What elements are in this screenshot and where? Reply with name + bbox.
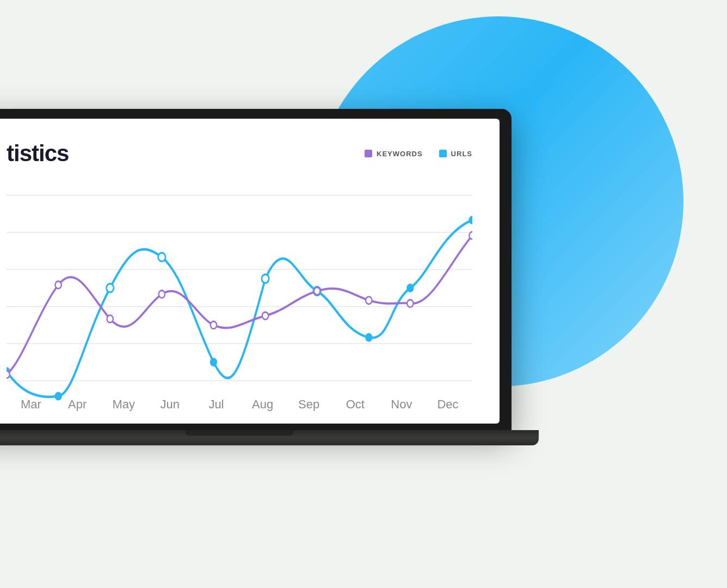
x-axis-labels: Mar Apr May Jun Jul Aug Sep Oct Nov Dec <box>7 397 472 412</box>
chart-container: tistics KEYWORDS URLS <box>0 119 500 424</box>
urls-color-swatch <box>439 150 447 157</box>
legend-urls: URLS <box>439 150 472 158</box>
keywords-color-swatch <box>365 150 372 157</box>
keywords-line <box>7 235 472 374</box>
kw-point-nov <box>407 300 413 308</box>
url-point-oct <box>365 333 372 342</box>
url-point-jul <box>210 358 217 366</box>
x-label-mar: Mar <box>12 397 50 412</box>
kw-point-oct <box>366 297 372 304</box>
x-label-nov: Nov <box>383 397 421 412</box>
x-label-oct: Oct <box>336 397 374 412</box>
chart-svg <box>7 183 472 412</box>
kw-point-apr <box>55 281 61 289</box>
kw-point-sep <box>314 287 320 295</box>
url-point-may <box>107 284 114 292</box>
laptop-screen-shell: tistics KEYWORDS URLS <box>0 109 512 430</box>
laptop-base <box>0 430 539 445</box>
url-point-jun <box>158 253 165 261</box>
x-label-apr: Apr <box>58 397 96 412</box>
chart-legend: KEYWORDS URLS <box>365 150 472 158</box>
chart-title: tistics <box>7 140 69 167</box>
urls-line <box>7 220 472 397</box>
url-point-nov <box>406 284 414 292</box>
legend-keywords: KEYWORDS <box>365 150 423 158</box>
kw-point-mar <box>7 371 10 378</box>
url-point-dec <box>469 216 472 224</box>
keywords-label: KEYWORDS <box>377 150 423 158</box>
url-point-aug <box>262 274 269 283</box>
chart-area: Mar Apr May Jun Jul Aug Sep Oct Nov Dec <box>7 183 472 412</box>
x-label-dec: Dec <box>429 397 467 412</box>
x-label-may: May <box>104 397 143 412</box>
kw-point-dec <box>469 232 472 240</box>
kw-point-aug <box>262 312 268 320</box>
kw-point-jul <box>211 321 217 329</box>
x-label-aug: Aug <box>244 397 282 412</box>
laptop-screen: tistics KEYWORDS URLS <box>0 119 500 424</box>
kw-point-jun <box>159 291 165 298</box>
scene: tistics KEYWORDS URLS <box>0 0 727 588</box>
urls-label: URLS <box>451 150 472 158</box>
x-label-jul: Jul <box>197 397 235 412</box>
kw-point-may <box>107 315 113 323</box>
x-label-jun: Jun <box>151 397 189 412</box>
chart-header: tistics KEYWORDS URLS <box>7 140 472 167</box>
x-label-sep: Sep <box>290 397 328 412</box>
laptop-mockup: tistics KEYWORDS URLS <box>0 109 539 445</box>
